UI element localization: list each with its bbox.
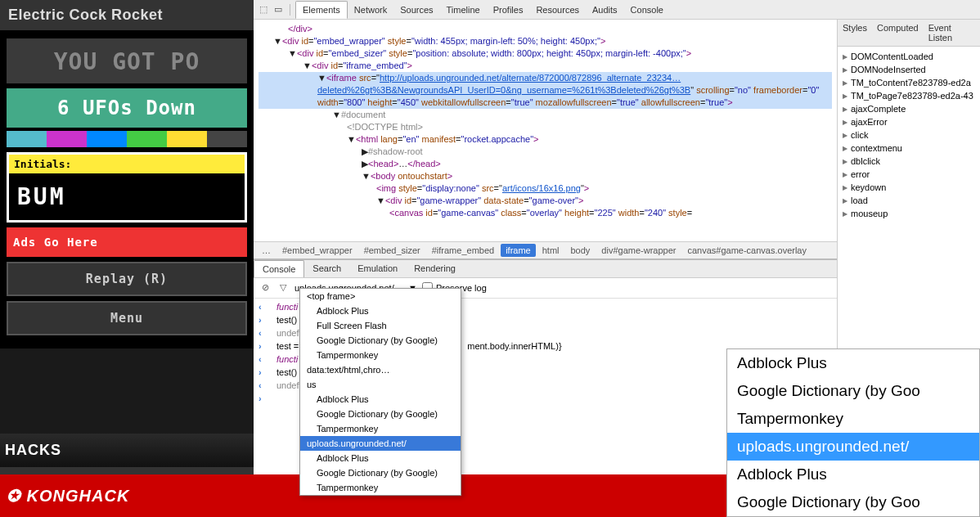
event-listener-item[interactable]: contextmenu [839,142,978,155]
frame-option[interactable]: Google Dictionary (by Google) [300,407,461,421]
event-listener-item[interactable]: load [839,194,978,207]
drawer-tab-console[interactable]: Console [254,260,304,277]
ufos-score: 6 UFOs Down [7,88,247,128]
devtools-tab-network[interactable]: Network [348,2,393,18]
frame-option[interactable]: Tampermonkey [300,348,461,362]
crumb[interactable]: #iframe_embed [427,244,499,257]
overlay-option[interactable]: Google Dictionary (by Goo [727,377,979,405]
menu-button[interactable]: Menu [7,301,247,335]
event-listener-item[interactable]: DOMNodeInserted [839,63,978,76]
crumb[interactable]: iframe [501,244,536,257]
initials-label: Initials: [14,158,240,170]
game-title: Electric Cock Rocket [0,0,254,30]
event-listener-item[interactable]: error [839,168,978,181]
event-listener-item[interactable]: DOMContentLoaded [839,50,978,63]
crumb[interactable]: div#game-wrapper [596,244,681,257]
event-listener-item[interactable]: ajaxComplete [839,102,978,115]
drawer-tab-emulation[interactable]: Emulation [349,260,406,277]
drawer-tabs: ConsoleSearchEmulationRendering [254,260,837,278]
frame-option[interactable]: Adblock Plus [300,392,461,407]
devtools-tab-timeline[interactable]: Timeline [440,2,487,18]
event-listener-item[interactable]: dblclick [839,155,978,168]
devtools-toolbar: ⬚ ▭ ElementsNetworkSourcesTimelineProfil… [254,0,980,20]
game-screen: YOU GOT PO 6 UFOs Down Initials: BUM Ads… [0,30,254,348]
device-icon[interactable]: ▭ [272,3,285,16]
filter-icon[interactable]: ▽ [276,281,290,294]
dom-tree[interactable]: </div> ▼<div id="embed_wrapper" style="w… [254,20,837,241]
event-listener-item[interactable]: TM_toContent7e823789-ed2a [839,76,978,89]
frame-option[interactable]: Google Dictionary (by Google) [300,465,461,480]
drawer-tab-search[interactable]: Search [304,260,349,277]
breadcrumb[interactable]: …#embed_wrapper#embed_sizer#iframe_embed… [254,241,837,258]
crumb[interactable]: #embed_sizer [359,244,425,257]
game-panel: Electric Cock Rocket YOU GOT PO 6 UFOs D… [0,0,254,434]
event-listener-item[interactable]: TM_toPage7e823789-ed2a-43 [839,89,978,102]
game-over-heading: YOU GOT PO [7,38,247,83]
initials-block: Initials: BUM [7,152,247,223]
frame-option[interactable]: <top frame> [300,289,461,303]
replay-button[interactable]: Replay (R) [7,262,247,296]
crumb[interactable]: html [537,244,564,257]
devtools-tab-elements[interactable]: Elements [295,1,348,19]
overlay-option[interactable]: uploads.ungrounded.net/ [727,433,979,461]
sidepanel-tab[interactable]: Computed [872,20,924,46]
initials-value: BUM [17,183,66,210]
drawer-tab-rendering[interactable]: Rendering [406,260,464,277]
event-listener-item[interactable]: keydown [839,181,978,194]
inspect-icon[interactable]: ⬚ [257,3,270,16]
frame-option[interactable]: us [300,377,461,392]
frame-option[interactable]: data:text/html,chro… [300,362,461,377]
frame-option[interactable]: Tampermonkey [300,480,461,495]
crumb[interactable]: body [566,244,596,257]
frame-option[interactable]: Tampermonkey [300,421,461,436]
frame-option[interactable]: uploads.ungrounded.net/ [300,436,461,451]
crumb[interactable]: … [257,244,276,257]
overlay-option[interactable]: Tampermonkey [727,405,979,433]
color-strip [7,131,247,147]
overlay-option[interactable]: Adblock Plus [727,349,979,377]
devtools-tab-profiles[interactable]: Profiles [487,2,530,18]
crumb[interactable]: canvas#game-canvas.overlay [682,244,811,257]
ads-placeholder: Ads Go Here [7,227,247,257]
clear-console-icon[interactable]: ⊘ [258,281,272,294]
frame-option[interactable]: Adblock Plus [300,303,461,318]
event-listener-item[interactable]: mouseup [839,207,978,220]
crumb[interactable]: #embed_wrapper [277,244,357,257]
frame-option[interactable]: Google Dictionary (by Google) [300,333,461,348]
sidepanel-tab[interactable]: Event Listen [924,20,980,46]
devtools-tab-audits[interactable]: Audits [586,2,624,18]
frame-selector-dropdown[interactable]: <top frame>Adblock PlusFull Screen Flash… [299,288,461,496]
devtools-tab-console[interactable]: Console [624,2,670,18]
overlay-option[interactable]: Adblock Plus [727,461,979,488]
event-listener-item[interactable]: click [839,128,978,142]
overlay-option[interactable]: Google Dictionary (by Goo [727,488,979,516]
devtools-tab-sources[interactable]: Sources [393,2,439,18]
frame-option[interactable]: Full Screen Flash [300,318,461,333]
event-listener-item[interactable]: ajaxError [839,115,978,128]
frame-option[interactable]: Adblock Plus [300,451,461,465]
selected-dom-node[interactable]: ▼<iframe src="http://uploads.ungrounded.… [258,72,832,109]
hacks-section-header[interactable]: HACKS [0,434,254,467]
devtools-tab-resources[interactable]: Resources [529,2,586,18]
event-listeners-list[interactable]: DOMContentLoadedDOMNodeInsertedTM_toCont… [838,47,980,223]
sidepanel-tab[interactable]: Styles [838,20,872,46]
overlay-popup[interactable]: Adblock PlusGoogle Dictionary (by GooTam… [726,348,980,517]
initials-input[interactable]: BUM [9,173,245,220]
